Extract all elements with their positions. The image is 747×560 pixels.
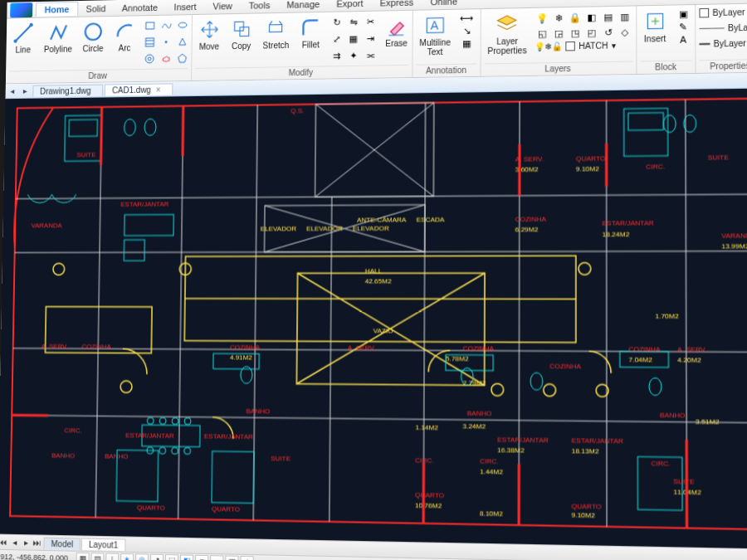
layer-freeze-icon[interactable]: ❄ [551,10,567,26]
color-dropdown[interactable]: ByLayer [699,7,747,18]
drawing-canvas[interactable]: SUITE VARANDA ESTAR/JANTAR A. SERV. COZI… [0,89,747,549]
layer-on-icon[interactable]: ◳ [568,25,583,41]
sc-toggle[interactable]: ◈ [241,555,254,560]
menu-tab-annotate[interactable]: Annotate [114,0,166,14]
multiline-text-button[interactable]: A Multiline Text [416,12,454,59]
block-create-icon[interactable]: ▣ [674,7,691,20]
svg-text:ESTAR/JANTAR: ESTAR/JANTAR [572,436,624,445]
menu-tab-view[interactable]: View [204,0,240,12]
fillet-button[interactable]: Fillet [296,15,325,51]
panel-draw: Line Polyline Circle Arc [6,15,193,83]
menu-tab-solid[interactable]: Solid [78,2,114,16]
arc-button[interactable]: Arc [110,18,139,54]
revision-icon[interactable] [159,51,173,66]
grid-toggle[interactable]: ▤ [90,553,104,560]
polygon-icon[interactable] [175,51,190,66]
extend-icon[interactable]: ⇥ [363,31,378,46]
layout-prev-button[interactable]: ◂ [8,538,20,547]
tab-prev-button[interactable]: ◂ [6,86,19,95]
svg-text:ESTAR/JANTAR: ESTAR/JANTAR [120,201,168,208]
menu-tab-express[interactable]: Express [372,0,422,9]
layer-match-icon[interactable]: ◰ [583,25,599,41]
insert-icon [643,10,666,32]
menu-tab-export[interactable]: Export [328,0,371,10]
block-edit-icon[interactable]: ✎ [674,21,691,33]
snap-toggle[interactable]: ▦ [76,552,90,560]
svg-line-0 [16,25,32,41]
point-icon[interactable] [159,34,173,49]
spline-icon[interactable] [159,17,173,32]
lineweight-dropdown[interactable]: ━━ ByLayer [700,38,747,49]
file-tab-cad1[interactable]: CAD1.dwg× [105,83,173,95]
mirror-icon[interactable]: ⇋ [346,14,361,30]
rotate-icon[interactable]: ↻ [330,14,344,30]
stretch-button[interactable]: Stretch [259,16,292,52]
layout-tab-layout1[interactable]: Layout1 [81,538,125,550]
layout-last-button[interactable]: ⏭ [32,538,43,547]
copy-icon [231,18,252,41]
scale-icon[interactable]: ⤢ [329,32,344,47]
tpy-toggle[interactable]: ▭ [210,555,223,560]
erase-button[interactable]: Erase [382,13,411,50]
circle-button[interactable]: Circle [79,19,107,55]
array-icon[interactable]: ▦ [346,31,361,46]
ellipse-icon[interactable] [175,17,190,32]
polyline-button[interactable]: Polyline [41,20,76,56]
otrack-toggle[interactable]: ↗ [150,553,164,560]
insert-button[interactable]: Insert [640,8,670,46]
menu-tab-manage[interactable]: Manage [278,0,328,11]
dyn-toggle[interactable]: ◧ [180,554,193,560]
layer-color-icon[interactable]: ◧ [583,9,599,25]
offset-icon[interactable]: ⇉ [329,48,344,64]
layer-more2-icon[interactable]: ▥ [617,9,632,25]
ortho-toggle[interactable]: ⊥ [105,553,119,560]
menu-tab-tools[interactable]: Tools [241,0,279,12]
linetype-dropdown[interactable]: ──── ByLayer [699,22,747,33]
current-layer-dropdown[interactable]: 💡❄🔓 HATCH ▾ [535,41,632,51]
layer-prev-icon[interactable]: ↺ [600,25,616,41]
move-button[interactable]: Move [195,17,223,53]
floorplan-drawing: SUITE VARANDA ESTAR/JANTAR A. SERV. COZI… [0,89,747,549]
file-tab-drawing1[interactable]: Drawing1.dwg [32,84,103,96]
svg-text:A: A [431,19,439,32]
menu-tab-insert[interactable]: Insert [166,0,205,13]
layout-tab-model[interactable]: Model [44,537,81,549]
dim-linear-icon[interactable]: ⟷ [458,12,476,24]
trim-icon[interactable]: ✂ [363,14,378,30]
svg-text:CIRC.: CIRC. [651,460,670,468]
donut-icon[interactable] [142,51,157,66]
close-tab-icon[interactable]: × [156,85,161,94]
layer-state-icon[interactable]: 💡 [535,11,550,27]
svg-text:ESTAR/JANTAR: ESTAR/JANTAR [602,219,653,227]
layer-properties-button[interactable]: Layer Properties [484,11,530,57]
leader-icon[interactable]: ↘ [458,25,476,37]
ducs-toggle[interactable]: ⬚ [165,554,178,560]
explode-icon[interactable]: ✦ [346,48,361,64]
panel-layers-title: Layers [484,61,632,76]
rect-icon[interactable] [143,18,158,33]
layout-next-button[interactable]: ▸ [20,538,32,547]
block-attr-icon[interactable]: A [674,33,691,46]
hatch-icon[interactable] [143,35,158,50]
svg-text:8.10M2: 8.10M2 [480,509,503,518]
tab-next-button[interactable]: ▸ [18,86,32,95]
layer-more1-icon[interactable]: ▤ [600,9,616,25]
region-icon[interactable] [175,34,190,49]
layer-walk-icon[interactable]: ◇ [617,24,632,40]
qp-toggle[interactable]: ◫ [225,555,238,560]
menu-tab-online[interactable]: Online [422,0,466,8]
svg-text:CIRC.: CIRC. [64,426,82,434]
text-icon: A [424,14,447,37]
layer-off-icon[interactable]: ◲ [551,26,567,41]
osnap-toggle[interactable]: ◎ [135,553,149,560]
join-icon[interactable]: ⫘ [363,47,378,63]
polar-toggle[interactable]: ✶ [120,553,134,560]
line-button[interactable]: Line [9,21,37,56]
layer-lock-icon[interactable]: 🔒 [568,10,583,26]
copy-button[interactable]: Copy [227,17,256,53]
lwt-toggle[interactable]: ≡ [195,554,208,560]
table-icon[interactable]: ▦ [458,37,476,50]
layer-iso-icon[interactable]: ◱ [535,26,550,41]
layout-first-button[interactable]: ⏮ [0,538,9,547]
menu-tab-home[interactable]: Home [36,2,78,17]
